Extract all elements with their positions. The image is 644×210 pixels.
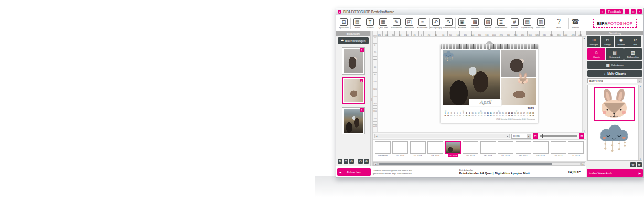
filmstrip-page[interactable]: 07.2023 — [497, 141, 515, 161]
canvas-vertical-scrollbar[interactable]: ▲ ▼ — [582, 37, 586, 132]
help-button[interactable]: ? Hilfe — [552, 18, 565, 29]
scroll-left-icon[interactable]: ◄ — [373, 162, 378, 166]
canvas-viewport: April 2023 1314151617 1Sa 2So 3Mo — [378, 37, 582, 132]
design-tab[interactable]: ◉ Masken — [615, 36, 628, 47]
clipart-zoom-in-icon[interactable]: ⊕ — [637, 162, 642, 167]
toolbar-button[interactable]: ▨ Effekte — [481, 18, 495, 29]
toolbar-button[interactable]: ↶ Rückgängig — [429, 18, 442, 29]
add-to-cart-button[interactable]: In den Warenkorb ▶ — [587, 169, 643, 177]
filmstrip-page[interactable]: Deckblatt — [374, 141, 392, 161]
zoom-slider-handle[interactable] — [542, 134, 543, 138]
filmstrip-page[interactable]: 08.2023 — [514, 141, 532, 161]
filmstrip-page-label: 11.2023 — [571, 154, 581, 157]
toolbar-button[interactable]: ↷ Wiederholen — [442, 18, 455, 29]
toolbar-button[interactable]: ▩ Schatten — [468, 18, 481, 29]
ruler-label: 40 — [373, 59, 377, 66]
chevron-down-icon: ▾ — [637, 79, 642, 83]
scroll-right-icon[interactable]: ► — [581, 162, 585, 166]
toolbar-button[interactable]: ▤ Optimierung — [521, 18, 534, 29]
toolbar-button-icon: ▩ — [471, 18, 479, 26]
canvas-horizontal-scrollbar[interactable]: ◄ ► — [374, 134, 510, 138]
image-thumbnail[interactable]: 1 — [342, 107, 365, 134]
scroll-left-icon[interactable]: ◄ — [375, 135, 378, 138]
design-tab[interactable]: ▧ Bildkorrektur — [624, 48, 642, 60]
image-thumbnail[interactable]: 1 — [342, 47, 365, 75]
scroll-up-icon[interactable]: ▲ — [583, 37, 585, 39]
scroll-down-icon[interactable]: ▼ — [639, 158, 641, 160]
app-window: ● BIPA FOTOSHOP Bestellsoftware ☺ Feedba… — [336, 8, 644, 178]
toolbar-button-icon: ▤ — [523, 18, 531, 26]
toolbar-items: ⊡ Speichern ▤ Bilder T Textbox ▦ QR-Code — [337, 16, 547, 31]
zoom-out-button[interactable]: ⊖ — [533, 133, 538, 139]
thumb-zoom-out-icon[interactable]: ⊖ — [358, 159, 363, 164]
zoom-slider[interactable] — [540, 135, 577, 136]
ruler-label: 220 — [500, 34, 507, 36]
scroll-right-icon[interactable]: ► — [507, 135, 509, 138]
toolbar-button[interactable]: ▥ Vorschau — [534, 18, 547, 29]
zoom-in-button[interactable]: ⊕ — [579, 133, 584, 139]
bunny-clipart-on-page[interactable] — [516, 72, 530, 85]
feedback-icon[interactable]: ☺ — [600, 9, 605, 14]
toolbar-button[interactable]: # Raster — [508, 18, 521, 29]
tab-label: Vorlagen — [590, 43, 598, 46]
filmstrip-page-thumb — [533, 141, 549, 154]
month-label[interactable]: April — [469, 99, 502, 106]
filmstrip-page[interactable]: 01.2023 — [392, 141, 410, 161]
delete-image-icon[interactable]: ⊟ — [344, 159, 348, 164]
filmstrip-page[interactable]: 11.2023 — [567, 141, 585, 161]
toolbar-button[interactable]: ⊡ Speichern — [337, 18, 350, 29]
product-name: Fotokalender A4 Quer | Digitaldruckpapie… — [459, 172, 530, 175]
filmstrip-page[interactable]: 04.2023 — [444, 141, 462, 161]
clipart-scrollbar[interactable]: ▲ ▼ — [638, 85, 642, 160]
toolbar-button[interactable]: ▣ Rahmen — [455, 18, 468, 29]
filmstrip-page[interactable]: 09.2023 — [532, 141, 550, 161]
clipart-bunny[interactable] — [594, 87, 635, 121]
sort-images-icon[interactable]: ⇅ — [338, 159, 342, 164]
toolbar-button[interactable]: ▦ QR-Code — [377, 18, 390, 29]
filmstrip-page-thumb — [551, 141, 566, 154]
zoom-level-select[interactable]: 100% ▾ — [511, 134, 531, 139]
filmstrip-page[interactable]: 10.2023 — [550, 141, 567, 161]
toolbar-button[interactable]: ≡ Ausrichten — [416, 18, 429, 29]
thumb-zoom-in-icon[interactable]: ⊕ — [364, 159, 369, 164]
image-thumbnail-list: 1 1 1 — [336, 46, 370, 158]
toolbar-button[interactable]: T Textbox — [363, 18, 377, 29]
ruler-label: 40 — [435, 34, 443, 36]
tab-kalendarium[interactable]: ▦ Kalendarium — [587, 61, 642, 69]
contact-button[interactable]: ☎ Kontakt — [568, 18, 582, 29]
design-tab[interactable]: ✂ Design — [601, 36, 614, 47]
filmstrip-page[interactable]: 02.2023 — [409, 141, 427, 161]
toolbar-button[interactable]: ◰ Anordnen — [403, 18, 416, 29]
filmstrip-page[interactable]: 05.2023 — [462, 141, 480, 161]
feedback-button[interactable]: Feedback — [606, 9, 623, 14]
toolbar-button[interactable]: ▤ Bilder — [350, 18, 363, 29]
image-thumbnail-selected[interactable]: 1 — [342, 77, 365, 104]
design-tab[interactable]: Tr Text — [628, 36, 641, 47]
minimize-button[interactable]: – — [625, 9, 629, 14]
ruler-label: 380 — [557, 34, 564, 36]
filmstrip-page[interactable]: 03.2023 — [427, 141, 445, 161]
filmstrip-scroll-track[interactable] — [378, 162, 581, 166]
cloud-clipart-on-page[interactable] — [442, 50, 455, 62]
cancel-button[interactable]: ◀ Abbrechen — [337, 168, 371, 176]
clipart-cloud[interactable] — [594, 123, 635, 153]
ruler-label: 320 — [535, 34, 543, 36]
clipart-category-select[interactable]: Baby | Kind ▾ — [587, 78, 642, 83]
filmstrip-drag-handle[interactable]: ···· — [477, 140, 481, 142]
tab-label: Text — [633, 43, 637, 46]
filmstrip-scroll-thumb[interactable] — [379, 163, 552, 165]
design-tab[interactable]: ⊞ Vorlagen — [587, 36, 600, 47]
clipart-zoom-out-icon[interactable]: ⊖ — [630, 162, 636, 167]
hide-used-icon[interactable]: ⊘ — [349, 159, 354, 164]
toolbar-button[interactable]: ✎ Bearbeiten — [390, 18, 403, 29]
calendar-day: 30So — [532, 112, 535, 116]
close-button[interactable]: × — [637, 9, 642, 14]
maximize-button[interactable]: □ — [631, 9, 636, 14]
more-cliparts-button[interactable]: ↓ Mehr Cliparts — [587, 70, 642, 77]
add-images-button[interactable]: + Bilder hinzufügen — [338, 37, 369, 44]
toolbar-button[interactable]: ≣ Bildkorrektur — [495, 18, 508, 29]
design-tab[interactable]: ▤ Hintergrund — [606, 48, 624, 60]
filmstrip-page[interactable]: 06.2023 — [479, 141, 497, 161]
scroll-up-icon[interactable]: ▲ — [639, 85, 641, 88]
design-tab[interactable]: ☺ Cliparts — [587, 48, 605, 60]
